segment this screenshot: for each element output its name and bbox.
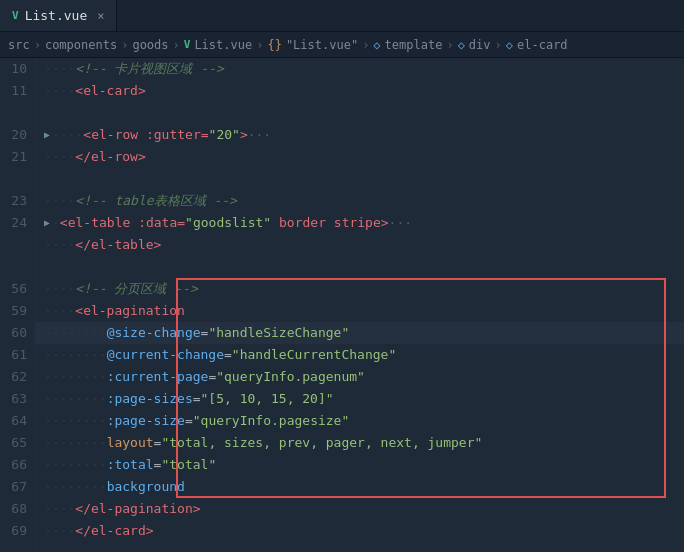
breadcrumb-template: template bbox=[385, 38, 443, 52]
val-layout: "total, sizes, prev, pager, next, jumper… bbox=[161, 432, 482, 454]
tab-list-vue[interactable]: V List.vue × bbox=[0, 0, 117, 31]
code-line-61: ········ @current-change="handleCurrentC… bbox=[36, 344, 684, 366]
breadcrumb-goods: goods bbox=[132, 38, 168, 52]
ellipsis-24: ··· bbox=[389, 212, 412, 234]
code-line-56: ···· <!-- 分页区域 --> bbox=[36, 278, 684, 300]
line-num-62: 62 bbox=[0, 366, 35, 388]
attr-page-sizes: :page-sizes bbox=[107, 388, 193, 410]
line-num-61: 61 bbox=[0, 344, 35, 366]
breadcrumb-elcard-icon: ◇ bbox=[506, 38, 513, 52]
val-current-page: "queryInfo.pagenum" bbox=[216, 366, 365, 388]
code-content: ···· <!-- 卡片视图区域 --> ···· <el-card> ▶ ··… bbox=[36, 58, 684, 552]
vue-icon: V bbox=[12, 9, 19, 22]
breadcrumb-div: div bbox=[469, 38, 491, 52]
code-line-empty2 bbox=[36, 168, 684, 190]
code-line-63: ········ :page-sizes="[5, 10, 15, 20]" bbox=[36, 388, 684, 410]
tag-eltable-close: </el-table> bbox=[75, 234, 161, 256]
line-num-69: 69 bbox=[0, 520, 35, 542]
breadcrumb-list-vue-str: "List.vue" bbox=[286, 38, 358, 52]
val-size-change: "handleSizeChange" bbox=[208, 322, 349, 344]
line-num-64: 64 bbox=[0, 410, 35, 432]
code-line-24: ▶ · <el-table :data="goodslist" border s… bbox=[36, 212, 684, 234]
attr-total: :total bbox=[107, 454, 154, 476]
line-num-59: 59 bbox=[0, 300, 35, 322]
attr-layout: layout bbox=[107, 432, 154, 454]
indent-60: ········ bbox=[44, 322, 107, 344]
code-line-68: ···· </el-pagination> bbox=[36, 498, 684, 520]
code-line-64: ········ :page-size="queryInfo.pagesize" bbox=[36, 410, 684, 432]
indent-20: ···· bbox=[52, 124, 83, 146]
code-area: 10 11 20 21 23 24 56 59 60 61 62 63 64 6… bbox=[0, 58, 684, 552]
indent-63: ········ bbox=[44, 388, 107, 410]
code-line-empty3 bbox=[36, 256, 684, 278]
ellipsis-20: ··· bbox=[248, 124, 271, 146]
collapse-arrow-20[interactable]: ▶ bbox=[44, 124, 50, 146]
punct-66: = bbox=[154, 454, 162, 476]
breadcrumb-sep3: › bbox=[173, 38, 180, 52]
attr-background: background bbox=[107, 476, 185, 498]
indent-66: ········ bbox=[44, 454, 107, 476]
indent-68: ···· bbox=[44, 498, 75, 520]
code-line-62: ········ :current-page="queryInfo.pagenu… bbox=[36, 366, 684, 388]
line-num-empty3 bbox=[0, 234, 35, 256]
comment-card: <!-- 卡片视图区域 --> bbox=[75, 58, 223, 80]
breadcrumb-sep6: › bbox=[446, 38, 453, 52]
tag-elpagination-close: </el-pagination> bbox=[75, 498, 200, 520]
collapse-arrow-24[interactable]: ▶ bbox=[44, 212, 50, 234]
comment-table: <!-- table表格区域 --> bbox=[75, 190, 237, 212]
indent-69: ···· bbox=[44, 520, 75, 542]
tag-elrow: <el-row :gutter="20"> bbox=[83, 124, 247, 146]
punct-60: = bbox=[201, 322, 209, 344]
breadcrumb-div-icon: ◇ bbox=[458, 38, 465, 52]
indent-11: ···· bbox=[44, 80, 75, 102]
line-num-21: 21 bbox=[0, 146, 35, 168]
line-num-10: 10 bbox=[0, 58, 35, 80]
line-num-24: 24 bbox=[0, 212, 35, 234]
punct-64: = bbox=[185, 410, 193, 432]
indent-23: ···· bbox=[44, 190, 75, 212]
breadcrumb-vue-icon: V bbox=[184, 38, 191, 51]
val-current-change: "handleCurrentChange" bbox=[232, 344, 396, 366]
code-line-67: ········ background bbox=[36, 476, 684, 498]
indent-10: ···· bbox=[44, 58, 75, 80]
line-num-66: 66 bbox=[0, 454, 35, 476]
attr-current-change: @current-change bbox=[107, 344, 224, 366]
code-line-59: ···· <el-pagination bbox=[36, 300, 684, 322]
breadcrumb-sep1: › bbox=[34, 38, 41, 52]
line-num-56: 56 bbox=[0, 278, 35, 300]
line-num-11: 11 bbox=[0, 80, 35, 102]
indent-64: ········ bbox=[44, 410, 107, 432]
comment-pagination: <!-- 分页区域 --> bbox=[75, 278, 197, 300]
punct-63: = bbox=[193, 388, 201, 410]
pagination-section: ···· <!-- 分页区域 --> ···· <el-pagination ·… bbox=[36, 278, 684, 520]
tab-close-button[interactable]: × bbox=[97, 9, 104, 23]
val-total: "total" bbox=[161, 454, 216, 476]
line-num-empty1 bbox=[0, 102, 35, 124]
line-num-63: 63 bbox=[0, 388, 35, 410]
punct-65: = bbox=[154, 432, 162, 454]
breadcrumb-sep2: › bbox=[121, 38, 128, 52]
indent-61: ········ bbox=[44, 344, 107, 366]
code-line-11: ···· <el-card> bbox=[36, 80, 684, 102]
tab-bar: V List.vue × bbox=[0, 0, 684, 32]
breadcrumb-sep7: › bbox=[495, 38, 502, 52]
attr-size-change: @size-change bbox=[107, 322, 201, 344]
breadcrumb-el-card: el-card bbox=[517, 38, 568, 52]
code-line-21: ···· </el-row> bbox=[36, 146, 684, 168]
attr-current-page: :current-page bbox=[107, 366, 209, 388]
tag-elcard-close: </el-card> bbox=[75, 520, 153, 542]
attr-page-size: :page-size bbox=[107, 410, 185, 432]
code-line-10: ···· <!-- 卡片视图区域 --> bbox=[36, 58, 684, 80]
breadcrumb-sep5: › bbox=[362, 38, 369, 52]
line-num-68: 68 bbox=[0, 498, 35, 520]
tag-elcard-open: <el-card> bbox=[75, 80, 145, 102]
breadcrumb-src: src bbox=[8, 38, 30, 52]
val-page-sizes: "[5, 10, 15, 20]" bbox=[201, 388, 334, 410]
breadcrumb-template-icon: ◇ bbox=[373, 38, 380, 52]
tag-eltable: <el-table :data="goodslist" border strip… bbox=[60, 212, 389, 234]
line-num-60: 60 bbox=[0, 322, 35, 344]
val-page-size: "queryInfo.pagesize" bbox=[193, 410, 350, 432]
code-line-20: ▶ ···· <el-row :gutter="20"> ··· bbox=[36, 124, 684, 146]
breadcrumb-bracket-icon: {} bbox=[267, 38, 281, 52]
code-line-60: ········ @size-change="handleSizeChange" bbox=[36, 322, 684, 344]
